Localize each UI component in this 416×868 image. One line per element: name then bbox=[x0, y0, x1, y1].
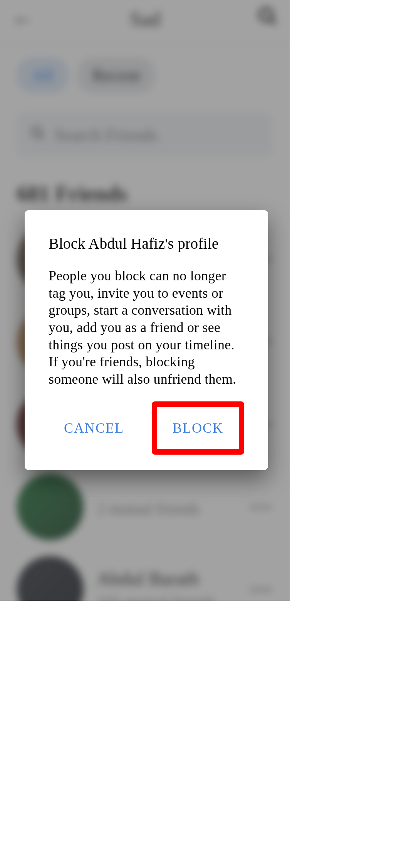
cancel-button[interactable]: CANCEL bbox=[50, 408, 138, 448]
block-button[interactable]: BLOCK bbox=[152, 401, 244, 455]
dialog-body: People you block can no longer tag you, … bbox=[49, 267, 244, 388]
dialog-title: Block Abdul Hafiz's profile bbox=[49, 235, 244, 253]
block-confirmation-dialog: Block Abdul Hafiz's profile People you b… bbox=[25, 210, 268, 470]
dialog-actions: CANCEL BLOCK bbox=[49, 398, 244, 455]
frame-gutter bbox=[0, 601, 416, 868]
